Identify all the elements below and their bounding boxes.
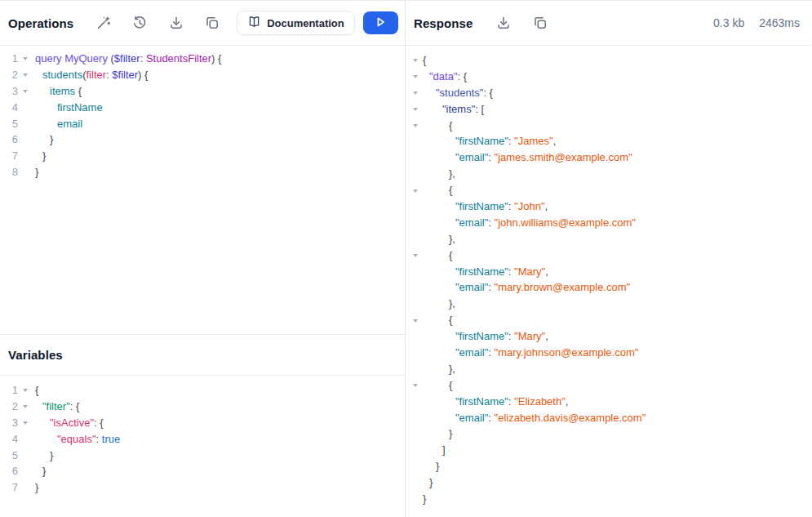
prettify-button[interactable] [91, 11, 115, 35]
query-code-line[interactable]: 3items { [0, 83, 405, 100]
variables-code-line[interactable]: 6} [0, 463, 405, 479]
documentation-button[interactable]: Documentation [237, 11, 355, 35]
variables-code-line[interactable]: 7} [0, 479, 405, 496]
history-button[interactable] [128, 11, 152, 35]
graphql-playground: Operations [0, 0, 812, 517]
response-json-viewer[interactable]: {"data": {"students": {"items": [{"first… [406, 46, 811, 517]
operations-pane: Operations [0, 1, 406, 517]
variables-code-line[interactable]: 2"filter": { [0, 399, 405, 415]
code-text: "isActive": { [33, 415, 104, 431]
query-code-line[interactable]: 7} [0, 148, 405, 164]
query-editor[interactable]: 1query MyQuery ($filter: StudentsFilter)… [0, 46, 405, 334]
fold-placeholder [410, 426, 420, 442]
response-json-row[interactable]: } [406, 426, 811, 442]
response-json-row[interactable]: "firstName": "James", [406, 133, 811, 149]
line-number: 7 [5, 148, 18, 164]
code-text: } [420, 458, 439, 475]
response-json-row[interactable]: "email": "john.williams@example.com" [406, 215, 811, 231]
run-query-button[interactable] [363, 11, 398, 34]
fold-placeholder [410, 361, 420, 377]
fold-toggle-icon[interactable] [18, 67, 33, 83]
fold-toggle-icon[interactable] [410, 377, 420, 394]
fold-placeholder [18, 100, 33, 116]
response-json-row[interactable]: { [406, 312, 811, 328]
response-json-row[interactable]: "firstName": "Mary", [406, 264, 811, 280]
fold-toggle-icon[interactable] [410, 118, 420, 134]
code-text: "email": "james.smith@example.com" [420, 149, 632, 166]
variables-code-line[interactable]: 1{ [0, 382, 405, 399]
response-json-row[interactable]: "data": { [406, 69, 811, 85]
response-json-row[interactable]: "email": "elizabeth.davis@example.com" [406, 410, 811, 426]
response-json-row[interactable]: { [406, 377, 811, 394]
fold-toggle-icon[interactable] [18, 83, 33, 100]
query-code-line[interactable]: 5email [0, 116, 405, 132]
query-code-line[interactable]: 4firstName [0, 100, 405, 116]
code-text: { [420, 118, 452, 134]
response-json-row[interactable]: "email": "mary.brown@example.com" [406, 279, 811, 296]
response-json-row[interactable]: }, [406, 231, 811, 247]
fold-placeholder [410, 279, 420, 296]
download-response-button[interactable] [491, 11, 516, 35]
response-json-row[interactable]: "items": [ [406, 101, 811, 118]
variables-code-line[interactable]: 3"isActive": { [0, 415, 405, 431]
variables-code-line[interactable]: 5} [0, 448, 405, 464]
variables-editor[interactable]: 1{2"filter": {3"isActive": {4"equals": t… [0, 376, 405, 517]
fold-toggle-icon[interactable] [410, 247, 420, 264]
line-number: 1 [5, 382, 18, 399]
response-json-row[interactable]: "students": { [406, 85, 811, 101]
response-json-row[interactable]: ] [406, 442, 811, 458]
response-json-row[interactable]: }, [406, 166, 811, 182]
code-text: { [420, 52, 426, 69]
code-text: { [33, 382, 38, 399]
code-text: }, [420, 166, 455, 182]
response-json-row[interactable]: }, [406, 361, 811, 377]
fold-toggle-icon[interactable] [18, 51, 33, 67]
copy-query-button[interactable] [201, 11, 224, 35]
response-json-row[interactable]: { [406, 52, 811, 69]
response-json-row[interactable]: "firstName": "Elizabeth", [406, 394, 811, 410]
operations-title: Operations [8, 16, 73, 30]
fold-toggle-icon[interactable] [410, 312, 420, 328]
fold-toggle-icon[interactable] [18, 382, 33, 399]
response-json-row[interactable]: { [406, 247, 811, 264]
fold-toggle-icon[interactable] [410, 85, 420, 101]
download-query-button[interactable] [164, 11, 188, 35]
line-number: 2 [5, 399, 18, 415]
line-number: 2 [5, 67, 18, 83]
fold-toggle-icon[interactable] [410, 182, 420, 198]
copy-response-button[interactable] [528, 11, 552, 35]
fold-toggle-icon[interactable] [18, 399, 33, 415]
copy-icon [204, 15, 220, 31]
response-json-row[interactable]: "email": "james.smith@example.com" [406, 149, 811, 166]
operations-header: Operations [0, 1, 405, 46]
code-text: students(filter: $filter) { [33, 67, 148, 83]
magic-wand-icon [95, 15, 112, 31]
query-code-line[interactable]: 6} [0, 131, 405, 148]
query-code-line[interactable]: 8} [0, 164, 405, 181]
response-json-row[interactable]: } [406, 491, 811, 507]
response-json-row[interactable]: { [406, 182, 811, 198]
fold-placeholder [410, 133, 420, 149]
variables-code-line[interactable]: 4"equals": true [0, 431, 405, 448]
response-json-row[interactable]: "firstName": "John", [406, 198, 811, 215]
fold-toggle-icon[interactable] [18, 415, 33, 431]
response-json-row[interactable]: }, [406, 296, 811, 312]
response-json-row[interactable]: { [406, 118, 811, 134]
code-text: email [33, 116, 82, 132]
fold-toggle-icon[interactable] [410, 52, 420, 69]
response-time: 2463ms [759, 16, 800, 29]
response-json-row[interactable]: "email": "mary.johnson@example.com" [406, 345, 811, 361]
code-text: { [420, 247, 452, 264]
fold-placeholder [18, 131, 33, 148]
line-number: 8 [5, 164, 18, 181]
query-code-line[interactable]: 2students(filter: $filter) { [0, 67, 405, 83]
response-json-row[interactable]: } [406, 475, 811, 491]
fold-toggle-icon[interactable] [410, 101, 420, 118]
response-title: Response [414, 16, 473, 30]
fold-toggle-icon[interactable] [410, 69, 420, 85]
response-json-row[interactable]: } [406, 458, 811, 475]
download-icon [168, 15, 184, 31]
query-code-line[interactable]: 1query MyQuery ($filter: StudentsFilter)… [0, 51, 405, 67]
response-json-row[interactable]: "firstName": "Mary", [406, 328, 811, 345]
variables-header: Variables [0, 335, 405, 376]
